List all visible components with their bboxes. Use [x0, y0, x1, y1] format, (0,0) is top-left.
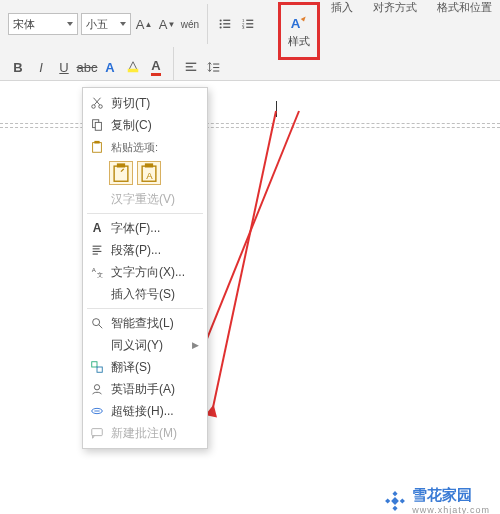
svg-point-37 — [93, 319, 100, 326]
bold-icon[interactable]: B — [8, 57, 28, 77]
svg-rect-13 — [186, 63, 197, 64]
strikethrough-icon[interactable]: abc — [77, 57, 97, 77]
svg-text:A: A — [291, 16, 301, 31]
search-icon — [89, 315, 105, 331]
context-menu: 剪切(T) 复制(C) 粘贴选项: A 汉字重选(V) A 字体(F)... 段… — [82, 87, 208, 449]
font-color-icon[interactable]: A — [146, 57, 166, 77]
text-effects-icon[interactable]: A — [100, 57, 120, 77]
tab-row: 插入 对齐方式 格式和位置 — [331, 0, 492, 15]
bullets-icon[interactable] — [215, 14, 235, 34]
styles-button[interactable]: A 样式 — [278, 2, 320, 60]
ribbon: 插入 对齐方式 格式和位置 宋体 小五 A▲ A▼ wén 123 B I U … — [0, 0, 500, 81]
paste-icon — [89, 139, 105, 155]
paste-keep-formatting-icon[interactable] — [109, 161, 133, 185]
svg-point-21 — [99, 105, 103, 109]
svg-rect-15 — [186, 70, 197, 71]
svg-rect-46 — [400, 498, 405, 503]
menu-hyperlink[interactable]: 超链接(H)... — [83, 400, 207, 422]
menu-translate[interactable]: 翻译(S) — [83, 356, 207, 378]
paste-options-row: A — [83, 158, 207, 188]
watermark-url: www.xhjaty.com — [412, 505, 490, 514]
svg-text:文: 文 — [97, 271, 103, 278]
svg-rect-11 — [246, 27, 253, 28]
svg-rect-16 — [213, 64, 219, 65]
paste-text-only-icon[interactable]: A — [137, 161, 161, 185]
svg-rect-5 — [223, 27, 230, 28]
svg-rect-17 — [213, 67, 219, 68]
menu-copy[interactable]: 复制(C) — [83, 114, 207, 136]
italic-icon[interactable]: I — [31, 57, 51, 77]
menu-paragraph[interactable]: 段落(P)... — [83, 239, 207, 261]
svg-rect-25 — [94, 141, 99, 144]
ruler-line — [0, 127, 500, 128]
tab-format[interactable]: 格式和位置 — [437, 0, 492, 15]
svg-point-0 — [220, 19, 222, 21]
svg-rect-38 — [92, 362, 97, 367]
menu-english-assistant[interactable]: 英语助手(A) — [83, 378, 207, 400]
scissors-icon — [89, 95, 105, 111]
menu-insert-symbol[interactable]: 插入符号(S) — [83, 283, 207, 305]
svg-rect-29 — [145, 163, 153, 167]
annotation-arrow — [193, 111, 300, 371]
menu-cut[interactable]: 剪切(T) — [83, 92, 207, 114]
menu-synonyms[interactable]: 同义词(Y)▶ — [83, 334, 207, 356]
text-direction-icon: A文 — [89, 264, 105, 280]
comment-icon — [89, 425, 105, 441]
font-a-icon: A — [89, 220, 105, 236]
menu-paste-options[interactable]: 粘贴选项: — [83, 136, 207, 158]
highlight-icon[interactable] — [123, 57, 143, 77]
svg-rect-12 — [128, 69, 139, 73]
tab-align[interactable]: 对齐方式 — [373, 0, 417, 15]
translate-icon — [89, 359, 105, 375]
submenu-arrow-icon: ▶ — [192, 340, 199, 350]
svg-rect-44 — [393, 505, 398, 510]
svg-rect-42 — [92, 429, 103, 436]
grow-font-icon[interactable]: A▲ — [134, 14, 154, 34]
svg-rect-18 — [213, 71, 219, 72]
svg-rect-34 — [93, 254, 98, 255]
svg-rect-7 — [246, 20, 253, 21]
line-spacing-icon[interactable] — [204, 57, 224, 77]
font-size-select[interactable]: 小五 — [81, 13, 131, 35]
svg-point-40 — [94, 385, 99, 390]
svg-rect-39 — [97, 367, 102, 372]
copy-icon — [89, 117, 105, 133]
svg-point-4 — [220, 26, 222, 28]
shrink-font-icon[interactable]: A▼ — [157, 14, 177, 34]
menu-new-comment: 新建批注(M) — [83, 422, 207, 444]
menu-smart-lookup[interactable]: 智能查找(L) — [83, 312, 207, 334]
svg-text:A: A — [146, 170, 153, 181]
ruler-line — [0, 123, 500, 124]
svg-rect-27 — [117, 163, 125, 167]
svg-rect-43 — [393, 491, 398, 496]
numbering-icon[interactable]: 123 — [238, 14, 258, 34]
svg-rect-9 — [246, 23, 253, 24]
font-name-select[interactable]: 宋体 — [8, 13, 78, 35]
svg-rect-23 — [95, 122, 101, 130]
svg-rect-33 — [93, 251, 102, 252]
document-area[interactable]: 剪切(T) 复制(C) 粘贴选项: A 汉字重选(V) A 字体(F)... 段… — [0, 81, 500, 514]
annotation-arrow — [211, 111, 277, 415]
menu-text-direction[interactable]: A文 文字方向(X)... — [83, 261, 207, 283]
snowflake-logo-icon — [384, 490, 406, 512]
svg-rect-14 — [186, 66, 193, 67]
svg-rect-47 — [391, 497, 399, 505]
styles-label: 样式 — [288, 34, 310, 49]
phonetic-guide-icon[interactable]: wén — [180, 14, 200, 34]
svg-rect-26 — [114, 166, 128, 181]
watermark-name: 雪花家园 — [412, 486, 490, 505]
tab-insert[interactable]: 插入 — [331, 0, 353, 15]
svg-text:A: A — [92, 266, 97, 273]
svg-rect-24 — [93, 143, 102, 153]
svg-point-2 — [220, 23, 222, 25]
svg-rect-32 — [93, 248, 100, 249]
svg-text:3: 3 — [242, 25, 245, 30]
paragraph-icon — [89, 242, 105, 258]
watermark: 雪花家园 www.xhjaty.com — [384, 486, 490, 514]
align-icon[interactable] — [181, 57, 201, 77]
svg-rect-45 — [385, 498, 390, 503]
underline-icon[interactable]: U — [54, 57, 74, 77]
menu-ime-reconvert: 汉字重选(V) — [83, 188, 207, 210]
assistant-icon — [89, 381, 105, 397]
menu-font[interactable]: A 字体(F)... — [83, 217, 207, 239]
